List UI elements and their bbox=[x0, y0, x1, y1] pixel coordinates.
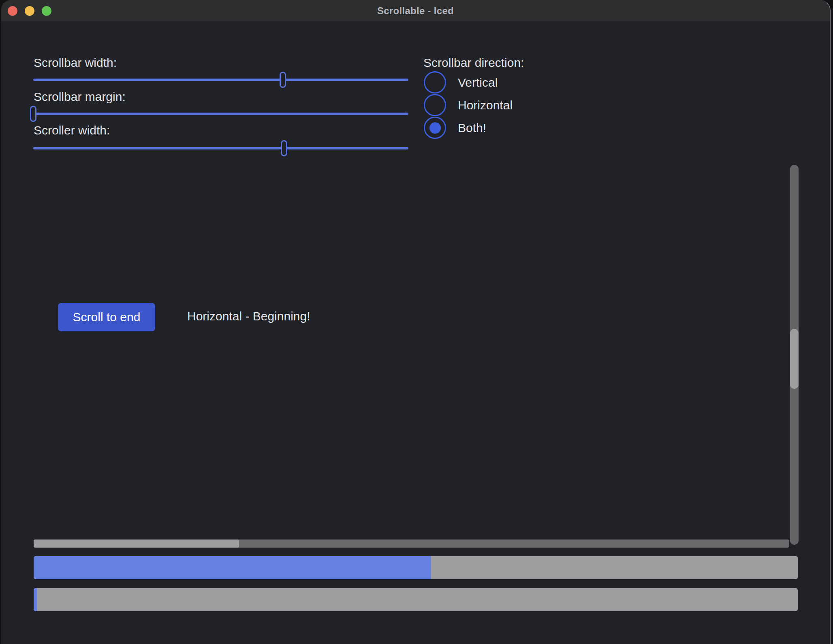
slider-handle[interactable] bbox=[280, 72, 286, 88]
radio-label: Horizontal bbox=[458, 98, 513, 112]
slider-track[interactable] bbox=[33, 113, 408, 115]
slider-track[interactable] bbox=[33, 147, 408, 149]
radio-vertical[interactable]: Vertical bbox=[424, 71, 498, 94]
window-title: Scrollable - Iced bbox=[1, 0, 830, 21]
progress-bar-2 bbox=[34, 588, 798, 611]
scroll-to-end-button[interactable]: Scroll to end bbox=[58, 303, 155, 331]
scroller-width-label: Scroller width: bbox=[34, 124, 110, 137]
radio-horizontal[interactable]: Horizontal bbox=[424, 94, 513, 116]
radio-circle-icon[interactable] bbox=[424, 71, 446, 94]
radio-label: Both! bbox=[458, 121, 486, 135]
scroll-status-text: Horizontal - Beginning! bbox=[187, 309, 310, 323]
title-bar: Scrollable - Iced bbox=[1, 0, 830, 22]
horizontal-scrollbar-track[interactable] bbox=[34, 540, 789, 548]
app-window: Scrollable - Iced Scrollbar width: Scrol… bbox=[1, 0, 831, 644]
screen: Scrollable - Iced Scrollbar width: Scrol… bbox=[0, 0, 833, 644]
vertical-scrollbar-track[interactable] bbox=[790, 165, 799, 545]
horizontal-scrollbar-thumb[interactable] bbox=[34, 540, 239, 548]
scroller-width-slider[interactable] bbox=[33, 140, 408, 156]
vertical-scrollbar-thumb[interactable] bbox=[790, 329, 799, 389]
progress-bar-1-fill bbox=[34, 556, 431, 579]
radio-label: Vertical bbox=[458, 76, 498, 90]
slider-handle[interactable] bbox=[30, 106, 36, 122]
slider-track[interactable] bbox=[33, 79, 408, 81]
progress-bar-2-fill bbox=[34, 588, 37, 611]
scrollbar-width-label: Scrollbar width: bbox=[34, 56, 117, 70]
radio-circle-icon[interactable] bbox=[424, 94, 446, 116]
radio-both[interactable]: Both! bbox=[424, 117, 486, 139]
scrollbar-margin-slider[interactable] bbox=[33, 106, 408, 122]
slider-handle[interactable] bbox=[281, 140, 287, 156]
progress-bar-1 bbox=[34, 556, 798, 579]
radio-circle-icon[interactable] bbox=[424, 117, 446, 139]
scrollbar-margin-label: Scrollbar margin: bbox=[34, 90, 126, 104]
scrollbar-width-slider[interactable] bbox=[33, 72, 408, 88]
scrollbar-direction-label: Scrollbar direction: bbox=[423, 56, 524, 70]
